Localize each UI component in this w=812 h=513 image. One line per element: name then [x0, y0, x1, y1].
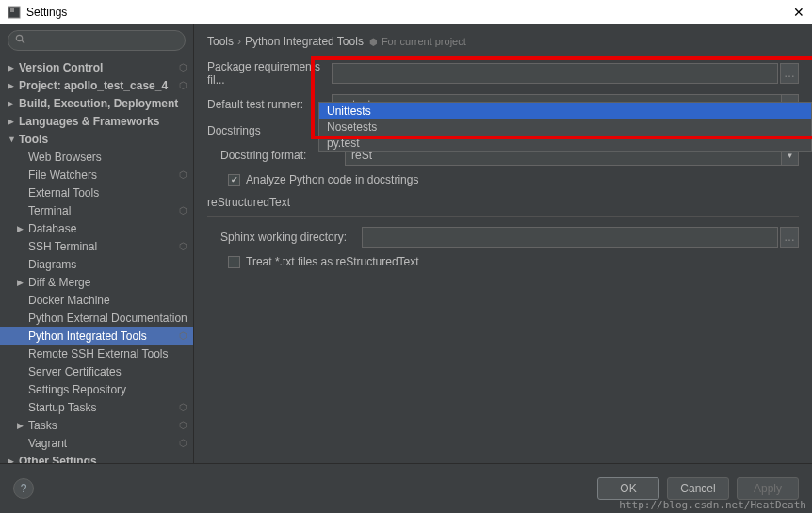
sphinx-browse-button[interactable]: … [780, 227, 799, 248]
treat-txt-checkbox[interactable] [228, 256, 240, 268]
sidebar-item-label: Terminal [28, 204, 193, 217]
sidebar-item-external-tools[interactable]: External Tools [0, 184, 193, 201]
sphinx-input[interactable] [362, 227, 778, 248]
sidebar-item-label: Tools [19, 133, 193, 146]
breadcrumb-sep: › [237, 35, 241, 48]
sidebar-item-label: Other Settings [19, 455, 193, 464]
restructured-section-title: reStructuredText [207, 196, 799, 209]
chevron-right-icon [8, 99, 19, 108]
sidebar-item-database[interactable]: Database [0, 219, 193, 237]
sidebar-item-label: Startup Tasks [28, 401, 193, 414]
sidebar-item-label: Vagrant [28, 437, 193, 450]
sidebar-item-languages-frameworks[interactable]: Languages & Frameworks [0, 112, 193, 130]
sidebar-item-diagrams[interactable]: Diagrams [0, 255, 193, 273]
test-runner-label: Default test runner: [207, 98, 332, 111]
sidebar-item-build-execution-deployment[interactable]: Build, Execution, Deployment [0, 94, 193, 112]
sphinx-label: Sphinx working directory: [220, 231, 362, 244]
sidebar-item-tools[interactable]: Tools [0, 130, 193, 148]
sidebar-item-label: Web Browsers [28, 151, 193, 164]
sidebar-item-label: Tasks [28, 419, 193, 432]
watermark: http://blog.csdn.net/HeatDeath [619, 499, 806, 511]
sidebar-item-settings-repository[interactable]: Settings Repository [0, 380, 193, 398]
pkg-req-input[interactable] [332, 63, 778, 84]
sidebar-item-file-watchers[interactable]: File Watchers⬡ [0, 166, 193, 184]
sidebar-item-label: Diagrams [28, 258, 193, 271]
sidebar-item-diff-merge[interactable]: Diff & Merge [0, 273, 193, 291]
sidebar-item-label: Python Integrated Tools [28, 329, 193, 343]
search-input[interactable] [8, 30, 186, 51]
pkg-req-label: Package requirements fil... [207, 60, 332, 87]
dropdown-option-unittests[interactable]: Unittests [319, 103, 811, 119]
sidebar-item-terminal[interactable]: Terminal⬡ [0, 201, 193, 219]
sidebar-item-python-external-documentation[interactable]: Python External Documentation [0, 309, 193, 327]
pkg-req-browse-button[interactable]: … [780, 63, 799, 84]
cancel-button[interactable]: Cancel [667, 477, 729, 500]
sidebar-item-label: Version Control [19, 61, 193, 74]
window-title: Settings [26, 6, 793, 19]
sidebar-item-remote-ssh-external-tools[interactable]: Remote SSH External Tools [0, 345, 193, 362]
dropdown-option-nosetests[interactable]: Nosetests [319, 119, 811, 135]
project-scope-icon: ⬡ [179, 330, 187, 341]
svg-rect-1 [10, 8, 14, 12]
analyze-label: Analyze Python code in docstrings [246, 173, 418, 186]
sidebar-item-label: Python External Documentation [28, 312, 193, 325]
sidebar-item-vagrant[interactable]: Vagrant⬡ [0, 434, 193, 452]
sidebar-item-label: SSH Terminal [28, 240, 193, 253]
analyze-checkbox[interactable] [228, 174, 240, 186]
sidebar-item-label: Docker Machine [28, 294, 193, 307]
sidebar-item-label: Build, Execution, Deployment [19, 97, 193, 110]
sidebar-item-label: Server Certificates [28, 365, 193, 378]
sidebar-item-label: File Watchers [28, 168, 193, 182]
sidebar-item-label: Remote SSH External Tools [28, 347, 193, 361]
close-icon[interactable]: ✕ [793, 5, 804, 20]
treat-txt-label: Treat *.txt files as reStructuredText [246, 255, 419, 268]
sidebar-item-label: Settings Repository [28, 383, 193, 396]
breadcrumb: Tools › Python Integrated Tools ⬢ For cu… [207, 32, 799, 51]
project-scope-icon: ⬡ [179, 205, 187, 216]
svg-line-3 [22, 40, 24, 43]
search-icon [15, 34, 25, 46]
sidebar-item-tasks[interactable]: Tasks⬡ [0, 416, 193, 434]
chevron-right-icon [17, 224, 28, 233]
ok-button[interactable]: OK [597, 477, 659, 500]
titlebar: Settings ✕ [0, 0, 812, 24]
sidebar-item-label: Project: apollo_test_case_4 [19, 79, 193, 92]
project-scope-icon: ⬡ [179, 438, 187, 448]
project-scope-icon: ⬡ [179, 62, 187, 72]
project-scope-icon: ⬡ [179, 420, 187, 430]
sidebar-item-python-integrated-tools[interactable]: Python Integrated Tools⬡ [0, 327, 193, 345]
sidebar-item-startup-tasks[interactable]: Startup Tasks⬡ [0, 398, 193, 416]
apply-button[interactable]: Apply [737, 477, 799, 500]
settings-tree: Version Control⬡Project: apollo_test_cas… [0, 56, 193, 463]
sidebar-item-docker-machine[interactable]: Docker Machine [0, 291, 193, 309]
test-runner-dropdown[interactable]: UnittestsNosetestspy.test [318, 102, 812, 152]
chevron-down-icon [8, 135, 19, 144]
breadcrumb-current: Python Integrated Tools [245, 35, 364, 48]
breadcrumb-root[interactable]: Tools [207, 35, 234, 48]
sidebar-item-label: Diff & Merge [28, 276, 193, 289]
chevron-right-icon [8, 457, 19, 464]
chevron-right-icon [17, 421, 28, 430]
dropdown-option-py-test[interactable]: py.test [319, 135, 811, 151]
svg-point-2 [16, 35, 22, 40]
sidebar-item-server-certificates[interactable]: Server Certificates [0, 362, 193, 380]
project-scope-label: For current project [382, 36, 466, 47]
project-scope-icon: ⬢ [369, 37, 378, 47]
chevron-right-icon [17, 278, 28, 287]
sidebar-item-version-control[interactable]: Version Control⬡ [0, 58, 193, 76]
project-scope-icon: ⬡ [179, 80, 187, 90]
app-icon [8, 6, 21, 19]
help-button[interactable]: ? [13, 478, 34, 499]
project-scope-icon: ⬡ [179, 241, 187, 251]
project-scope-icon: ⬡ [179, 402, 187, 412]
sidebar-item-label: Database [28, 222, 193, 235]
sidebar-item-label: Languages & Frameworks [19, 115, 193, 128]
sidebar-item-web-browsers[interactable]: Web Browsers [0, 148, 193, 166]
chevron-right-icon [8, 117, 19, 126]
sidebar: Version Control⬡Project: apollo_test_cas… [0, 24, 194, 463]
project-scope-icon: ⬡ [179, 169, 187, 180]
sidebar-item-ssh-terminal[interactable]: SSH Terminal⬡ [0, 237, 193, 255]
chevron-right-icon [8, 81, 19, 90]
sidebar-item-other-settings[interactable]: Other Settings [0, 452, 193, 463]
sidebar-item-project-apollo-test-case-4[interactable]: Project: apollo_test_case_4⬡ [0, 76, 193, 94]
